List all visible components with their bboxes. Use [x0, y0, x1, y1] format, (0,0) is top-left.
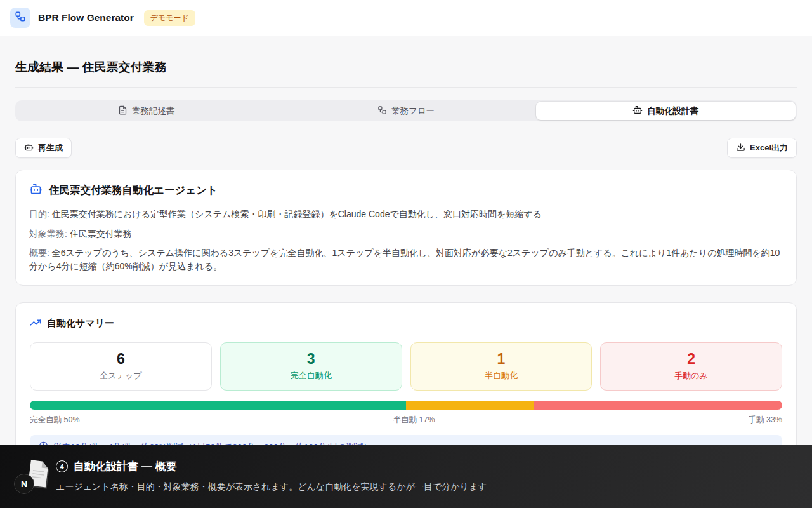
progress-labels: 完全自動 50% 半自動 17% 手動 33%	[30, 415, 782, 425]
main-content: 生成結果 — 住民票交付業務 業務記述書 業務フロー	[0, 59, 812, 476]
stats-grid: 6 全ステップ 3 完全自動化 1 半自動化 2 手動のみ	[30, 342, 782, 391]
progress-segment-semi	[406, 401, 534, 410]
app-title: BPR Flow Generator	[38, 12, 134, 23]
field-label: 目的:	[29, 209, 49, 219]
tab-label: 業務フロー	[391, 105, 435, 117]
divider	[15, 87, 797, 88]
progress-label-auto: 完全自動 50%	[30, 415, 80, 425]
page-title: 生成結果 — 住民票交付業務	[15, 59, 797, 76]
stat-value: 1	[411, 350, 592, 369]
tab-business-flow[interactable]: 業務フロー	[276, 102, 535, 120]
robot-icon	[632, 105, 643, 117]
field-label: 概要:	[29, 248, 49, 258]
progress-label-semi: 半自動 17%	[393, 415, 435, 425]
field-value: 全6ステップのうち、システム操作に関わる3ステップを完全自動化、1ステップを半自…	[29, 248, 780, 271]
excel-export-label: Excel出力	[750, 142, 788, 154]
agent-overview: 概要: 全6ステップのうち、システム操作に関わる3ステップを完全自動化、1ステッ…	[29, 246, 783, 272]
regenerate-button[interactable]: 再生成	[15, 138, 72, 158]
demo-mode-badge: デモモード	[144, 10, 195, 26]
stat-value: 6	[30, 350, 211, 369]
agent-title: 住民票交付業務自動化エージェント	[49, 184, 218, 197]
field-value: 住民票交付業務	[67, 229, 132, 239]
step-number-icon: 4	[56, 460, 68, 472]
stat-value: 3	[221, 350, 402, 369]
excel-export-button[interactable]: Excel出力	[727, 138, 797, 158]
stat-fully-automated: 3 完全自動化	[220, 342, 402, 391]
actions-row: 再生成 Excel出力	[15, 138, 797, 158]
field-value: 住民票交付業務における定型作業（システム検索・印刷・記録登録）をClaude C…	[49, 209, 542, 219]
robot-icon	[29, 182, 43, 198]
stat-value: 2	[601, 350, 782, 369]
result-tabbar: 業務記述書 業務フロー 自動化設計書	[15, 100, 797, 121]
tour-title: 自動化設計書 — 概要	[74, 459, 176, 474]
stat-semi-automated: 1 半自動化	[410, 342, 593, 391]
stat-total-steps: 6 全ステップ	[30, 342, 212, 391]
stat-label: 完全自動化	[221, 370, 402, 382]
download-icon	[736, 142, 745, 154]
stat-manual-only: 2 手動のみ	[600, 342, 782, 391]
field-label: 対象業務:	[29, 229, 67, 239]
tab-label: 業務記述書	[132, 105, 175, 117]
agent-target-business: 対象業務: 住民票交付業務	[29, 227, 783, 241]
progress-segment-manual	[534, 401, 782, 410]
agent-purpose: 目的: 住民票交付業務における定型作業（システム検索・印刷・記録登録）をClau…	[29, 208, 783, 221]
stat-label: 全ステップ	[30, 370, 211, 382]
tour-description: エージェント名称・目的・対象業務・概要が表示されます。どんな自動化を実現するかが…	[56, 481, 487, 493]
robot-icon	[24, 142, 34, 154]
stat-label: 半自動化	[411, 370, 592, 382]
avatar-letter: N	[21, 479, 27, 489]
tour-text: 4 自動化設計書 — 概要 エージェント名称・目的・対象業務・概要が表示されます…	[56, 459, 487, 493]
progress-segment-auto	[30, 401, 406, 410]
document-icon	[118, 105, 128, 117]
progress-label-manual: 手動 33%	[749, 415, 783, 425]
flow-icon	[377, 105, 387, 117]
agent-summary-card: 住民票交付業務自動化エージェント 目的: 住民票交付業務における定型作業（システ…	[15, 170, 797, 286]
tour-overlay: N 4 自動化設計書 — 概要 エージェント名称・目的・対象業務・概要が表示され…	[0, 444, 812, 508]
automation-progress-bar	[30, 401, 782, 410]
stat-label: 手動のみ	[601, 370, 782, 382]
trending-up-icon	[30, 317, 41, 331]
tab-automation-design[interactable]: 自動化設計書	[536, 102, 796, 120]
app-header: BPR Flow Generator デモモード	[0, 0, 812, 36]
summary-title: 自動化サマリー	[47, 318, 114, 330]
avatar-n: N	[14, 474, 34, 494]
tab-business-description[interactable]: 業務記述書	[16, 102, 276, 120]
regenerate-label: 再生成	[38, 142, 63, 154]
app-logo	[10, 8, 30, 28]
workflow-icon	[15, 11, 26, 25]
tab-label: 自動化設計書	[647, 105, 698, 117]
